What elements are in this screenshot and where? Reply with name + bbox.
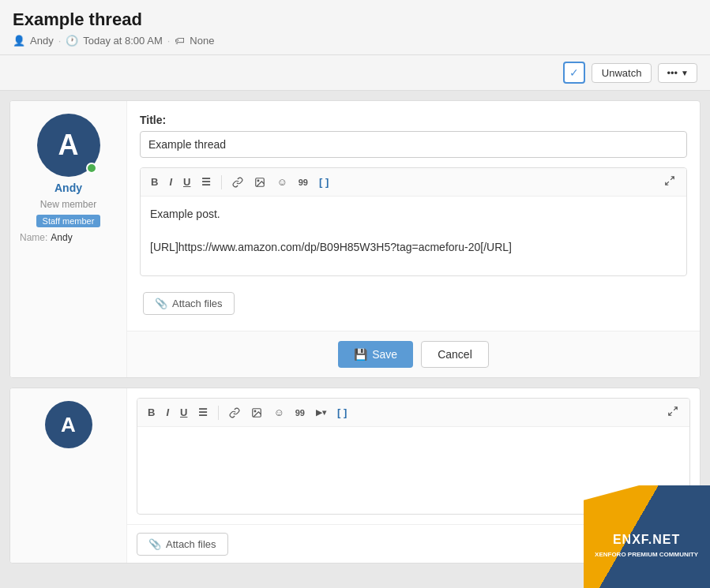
clock-icon: 🕐 [66, 35, 78, 47]
title-section: Title: [140, 114, 687, 158]
reply-italic-button[interactable]: I [162, 404, 173, 421]
username[interactable]: Andy [54, 182, 82, 194]
toolbar-separator [221, 175, 222, 189]
post-content: Title: B I U ☰ [127, 101, 700, 331]
checkbox-button[interactable]: ✓ [563, 62, 585, 84]
online-indicator [86, 163, 97, 174]
post-card: A Andy New member Staff member Name: And… [9, 100, 701, 378]
chevron-down-icon: ▼ [681, 69, 689, 77]
main-content: A Andy New member Staff member Name: And… [0, 91, 710, 573]
reply-paperclip-icon: 📎 [148, 538, 161, 550]
user-sidebar: A Andy New member Staff member Name: And… [10, 101, 127, 377]
reply-image-button[interactable] [247, 405, 266, 421]
reply-quote-button[interactable]: 99 [291, 406, 309, 420]
reply-footer: 📎 Attach files ↩ Post reply [127, 524, 700, 563]
user-role: New member [40, 199, 96, 210]
reply-code-button[interactable]: [ ] [333, 404, 351, 421]
reply-avatar: A [45, 401, 92, 448]
more-dots: ••• [667, 67, 678, 79]
action-bar: 💾 Save Cancel [127, 331, 700, 377]
list-button[interactable]: ☰ [197, 174, 215, 190]
bold-button[interactable]: B [147, 174, 162, 190]
title-label: Title: [140, 114, 687, 126]
staff-badge[interactable]: Staff member [36, 215, 101, 227]
italic-button[interactable]: I [165, 174, 176, 190]
user-icon: 👤 [13, 35, 25, 47]
name-value: Andy [51, 232, 72, 243]
save-label: Save [372, 348, 397, 361]
save-button[interactable]: 💾 Save [338, 341, 413, 368]
page-toolbar: ✓ Unwatch ••• ▼ [0, 55, 710, 91]
editor-body[interactable]: Example post. [URL]https://www.amazon.co… [141, 197, 686, 275]
attach-button[interactable]: 📎 Attach files [143, 292, 235, 315]
name-label: Name: [20, 232, 47, 243]
more-button[interactable]: ••• ▼ [658, 63, 697, 83]
code-button[interactable]: [ ] [315, 174, 332, 190]
reply-media-button[interactable]: ▶▾ [312, 406, 330, 419]
post-reply-label: Post reply [629, 537, 678, 550]
reply-link-button[interactable] [225, 405, 244, 421]
avatar-letter: A [58, 129, 79, 162]
reply-editor-area: B I U ☰ [127, 388, 700, 524]
reply-bold-button[interactable]: B [144, 404, 159, 421]
reply-list-button[interactable]: ☰ [194, 404, 212, 421]
reply-icon: ↩ [614, 537, 624, 550]
link-button[interactable] [228, 174, 247, 190]
expand-button[interactable] [659, 173, 680, 191]
reply-underline-button[interactable]: U [176, 404, 191, 421]
page-header: Example thread 👤 Andy · 🕐 Today at 8:00 … [0, 0, 710, 55]
reply-toolbar-sep [218, 406, 219, 420]
meta-time: Today at 8:00 AM [83, 35, 162, 47]
attach-section: 📎 Attach files [140, 286, 687, 318]
post-edit-area: Title: B I U ☰ [127, 101, 700, 377]
attach-label: Attach files [172, 298, 223, 309]
meta-user: Andy [30, 35, 54, 47]
cancel-button[interactable]: Cancel [421, 341, 489, 368]
svg-point-3 [254, 410, 256, 412]
quote-button[interactable]: 99 [295, 175, 312, 189]
tag-icon: 🏷 [175, 35, 185, 47]
user-name-row: Name: Andy [20, 232, 117, 243]
emoji-button[interactable]: ☺ [272, 174, 291, 190]
editor-toolbar: B I U ☰ [141, 168, 686, 197]
reply-avatar-letter: A [61, 413, 76, 437]
image-button[interactable] [250, 174, 269, 190]
editor-line2: [URL]https://www.amazon.com/dp/B09H85W3H… [150, 239, 677, 256]
reply-attach-label: Attach files [166, 538, 216, 550]
title-input[interactable] [140, 131, 687, 158]
reply-card: A B I U ☰ [9, 388, 701, 564]
underline-button[interactable]: U [179, 174, 194, 190]
page-meta: 👤 Andy · 🕐 Today at 8:00 AM · 🏷 None [13, 35, 697, 47]
editor-line1: Example post. [150, 206, 677, 223]
reply-emoji-button[interactable]: ☺ [269, 404, 287, 421]
reply-editor-box: B I U ☰ [137, 398, 690, 515]
reply-user-sidebar: A [10, 388, 127, 563]
meta-tag: None [190, 35, 214, 47]
reply-editor-body[interactable] [137, 427, 689, 514]
paperclip-icon: 📎 [155, 298, 167, 309]
reply-editor-toolbar: B I U ☰ [137, 399, 689, 427]
save-icon: 💾 [354, 348, 367, 361]
reply-attach-button[interactable]: 📎 Attach files [137, 533, 228, 556]
post-reply-button[interactable]: ↩ Post reply [602, 531, 690, 556]
editor-box: B I U ☰ [140, 167, 687, 276]
reply-expand-button[interactable] [663, 403, 683, 421]
page-title: Example thread [13, 9, 697, 30]
unwatch-button[interactable]: Unwatch [592, 63, 652, 83]
avatar: A [37, 114, 100, 177]
svg-point-1 [257, 180, 259, 182]
reply-area: B I U ☰ [127, 388, 700, 563]
